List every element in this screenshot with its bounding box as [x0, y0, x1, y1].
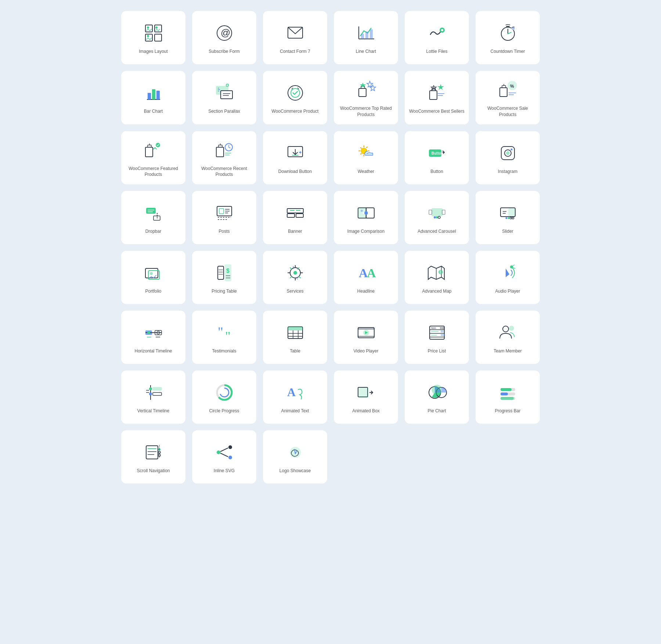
card-weather[interactable]: Weather [334, 131, 398, 185]
card-woocommerce-recent[interactable]: WooCommerce Recent Products [192, 131, 256, 185]
card-table[interactable]: Table [263, 311, 327, 364]
line-chart-label: Line Chart [356, 48, 376, 55]
bar-chart-icon [142, 82, 165, 104]
card-images-layout[interactable]: Images Layout [121, 11, 185, 64]
card-pricing-table[interactable]: $ Pricing Table [192, 251, 256, 304]
video-player-label: Video Player [354, 348, 379, 354]
card-image-comparison[interactable]: Image Comparison [334, 191, 398, 244]
card-download-button[interactable]: Download Button [263, 131, 327, 185]
svg-rect-3 [155, 34, 162, 41]
svg-point-181 [228, 445, 232, 449]
svg-point-97 [510, 217, 512, 219]
svg-rect-50 [216, 147, 224, 157]
card-advanced-map[interactable]: Advanced Map [405, 251, 469, 304]
card-inline-svg[interactable]: Inline SVG [192, 430, 256, 484]
scroll-navigation-icon [142, 441, 165, 463]
pie-chart-icon [426, 381, 448, 404]
svg-rect-12 [361, 34, 364, 39]
svg-text:A: A [287, 386, 296, 399]
vertical-timeline-label: Vertical Timeline [137, 408, 169, 414]
card-logo-showcase[interactable]: Logo Showcase [263, 430, 327, 484]
svg-marker-38 [370, 85, 376, 91]
card-woocommerce-best-sellers[interactable]: WooCommerce Best Sellers [405, 71, 469, 124]
testimonials-icon: " " [213, 322, 235, 344]
card-audio-player[interactable]: Audio Player [476, 251, 540, 304]
card-button[interactable]: Button Button [405, 131, 469, 185]
subscribe-form-icon: @ [213, 22, 235, 44]
card-banner[interactable]: Banner [263, 191, 327, 244]
card-instagram[interactable]: Instagram [476, 131, 540, 185]
button-label: Button [430, 169, 443, 175]
pricing-table-label: Pricing Table [212, 288, 236, 294]
card-progress-bar[interactable]: Progress Bar [476, 370, 540, 424]
svg-text:Item: Item [431, 327, 436, 329]
card-animated-text[interactable]: A Animated Text [263, 370, 327, 424]
card-advanced-carousel[interactable]: Advanced Carousel [405, 191, 469, 244]
card-headline[interactable]: A A Headline [334, 251, 398, 304]
card-animated-box[interactable]: Animated Box [334, 370, 398, 424]
svg-rect-87 [442, 210, 445, 214]
card-price-list[interactable]: Item $$$ $$ $$$ Price List [405, 311, 469, 364]
woocommerce-recent-label: WooCommerce Recent Products [196, 166, 253, 178]
testimonials-label: Testimonials [212, 348, 236, 354]
card-vertical-timeline[interactable]: Vertical Timeline [121, 370, 185, 424]
card-woocommerce-sale[interactable]: % WooCommerce Sale Products [476, 71, 540, 124]
card-woocommerce-top-rated[interactable]: WooCommerce Top Rated Products [334, 71, 398, 124]
card-services[interactable]: Services [263, 251, 327, 304]
image-comparison-icon [355, 202, 377, 224]
svg-point-6 [147, 35, 149, 37]
svg-point-62 [510, 148, 512, 150]
portfolio-label: Portfolio [145, 288, 161, 294]
svg-point-182 [228, 456, 232, 459]
card-testimonials[interactable]: " " Testimonials [192, 311, 256, 364]
svg-rect-172 [146, 446, 158, 459]
advanced-map-icon [426, 262, 448, 284]
svg-text:$: $ [226, 268, 230, 274]
card-team-member[interactable]: Team Member [476, 311, 540, 364]
card-countdown-timer[interactable]: % Countdown Timer [476, 11, 540, 64]
card-slider[interactable]: Slider [476, 191, 540, 244]
card-circle-progress[interactable]: Circle Progress [192, 370, 256, 424]
svg-point-111 [293, 271, 297, 275]
svg-point-61 [506, 151, 510, 155]
card-line-chart[interactable]: Line Chart [334, 11, 398, 64]
card-scroll-navigation[interactable]: Scroll Navigation [121, 430, 185, 484]
horizontal-timeline-icon [142, 322, 165, 344]
inline-svg-label: Inline SVG [214, 468, 235, 474]
woocommerce-sale-icon: % [497, 79, 519, 101]
svg-rect-24 [148, 93, 151, 100]
card-woocommerce-product[interactable]: WooCommerce Product [263, 71, 327, 124]
card-posts[interactable]: Posts [192, 191, 256, 244]
svg-rect-163 [359, 388, 368, 398]
card-subscribe-form[interactable]: @ Subscribe Form [192, 11, 256, 64]
instagram-label: Instagram [498, 169, 517, 175]
woocommerce-product-label: WooCommerce Product [272, 108, 319, 115]
card-portfolio[interactable]: Portfolio [121, 251, 185, 304]
animated-text-label: Animated Text [281, 408, 309, 414]
lottie-files-icon [426, 22, 448, 44]
widget-grid: Images Layout @ Subscribe Form Contact F… [121, 11, 540, 484]
advanced-carousel-label: Advanced Carousel [418, 228, 456, 235]
woocommerce-sale-label: WooCommerce Sale Products [479, 105, 536, 118]
banner-label: Banner [288, 228, 302, 235]
headline-label: Headline [357, 288, 375, 294]
card-woocommerce-featured[interactable]: WooCommerce Featured Products [121, 131, 185, 185]
svg-rect-43 [500, 88, 507, 97]
svg-text:$$$: $$$ [441, 334, 445, 336]
card-section-parallax[interactable]: Section Parallax [192, 71, 256, 124]
svg-point-89 [436, 216, 438, 218]
card-contact-form-7[interactable]: Contact Form 7 [263, 11, 327, 64]
card-video-player[interactable]: Video Player [334, 311, 398, 364]
card-lottie-files[interactable]: Lottie Files [405, 11, 469, 64]
svg-rect-26 [156, 91, 160, 100]
card-pie-chart[interactable]: Pie Chart [405, 370, 469, 424]
svg-rect-129 [288, 327, 303, 330]
services-label: Services [286, 288, 303, 294]
posts-icon [213, 202, 235, 224]
svg-rect-155 [153, 392, 162, 395]
subscribe-form-label: Subscribe Form [209, 48, 240, 55]
svg-marker-42 [437, 84, 444, 90]
card-dropbar[interactable]: Dropbar [121, 191, 185, 244]
card-bar-chart[interactable]: Bar Chart [121, 71, 185, 124]
card-horizontal-timeline[interactable]: Horizontal Timeline [121, 311, 185, 364]
